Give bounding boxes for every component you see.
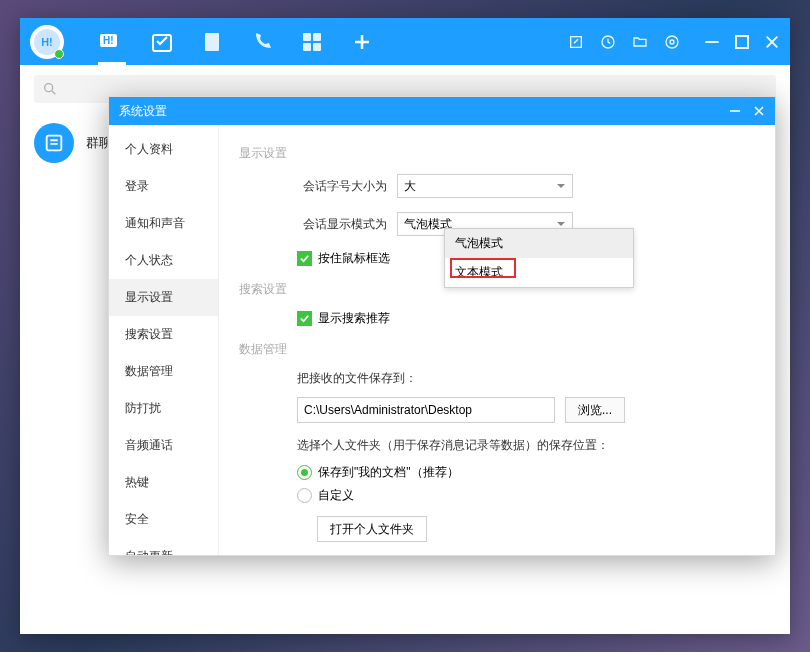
radio-custom[interactable] [297, 488, 312, 503]
sidebar-item-profile[interactable]: 个人资料 [109, 131, 218, 168]
tab-call-icon[interactable] [250, 30, 274, 54]
dialog-body: 个人资料 登录 通知和声音 个人状态 显示设置 搜索设置 数据管理 防打扰 音频… [109, 125, 775, 555]
tool-capture-icon[interactable] [568, 34, 584, 50]
svg-rect-5 [203, 41, 205, 44]
svg-rect-9 [313, 43, 321, 51]
save-path-input[interactable] [297, 397, 555, 423]
settings-dialog: 系统设置 个人资料 登录 通知和声音 个人状态 显示设置 搜索设置 数据管理 防… [108, 96, 776, 556]
maximize-icon[interactable] [734, 34, 750, 50]
radio-mydocs[interactable] [297, 465, 312, 480]
browse-button[interactable]: 浏览... [565, 397, 625, 423]
main-titlebar: H! H! [20, 18, 790, 65]
radio-custom-label: 自定义 [318, 487, 354, 504]
dialog-titlebar: 系统设置 [109, 97, 775, 125]
svg-point-15 [45, 84, 53, 92]
tab-apps-icon[interactable] [300, 30, 324, 54]
sidebar-item-login[interactable]: 登录 [109, 168, 218, 205]
section-display-label: 显示设置 [239, 145, 751, 162]
drag-select-label: 按住鼠标框选 [318, 250, 390, 267]
section-data-label: 数据管理 [239, 341, 751, 358]
sidebar-item-update[interactable]: 自动更新 [109, 538, 218, 555]
search-icon [42, 81, 58, 97]
svg-point-13 [666, 36, 678, 48]
svg-rect-7 [313, 33, 321, 41]
tab-add-icon[interactable] [350, 30, 374, 54]
close-icon[interactable] [764, 34, 780, 50]
radio-mydocs-label: 保存到"我的文档"（推荐） [318, 464, 459, 481]
tool-folder-icon[interactable] [632, 34, 648, 50]
tab-messages-icon[interactable]: H! [100, 30, 124, 54]
font-size-select[interactable]: 大 [397, 174, 573, 198]
svg-rect-8 [303, 43, 311, 51]
avatar[interactable]: H! [30, 25, 64, 59]
main-tabs: H! [82, 30, 374, 54]
sidebar-item-notify[interactable]: 通知和声音 [109, 205, 218, 242]
titlebar-right [568, 34, 780, 50]
svg-rect-6 [303, 33, 311, 41]
tool-history-icon[interactable] [600, 34, 616, 50]
location-label: 选择个人文件夹（用于保存消息记录等数据）的保存位置： [297, 437, 751, 454]
dropdown-option-bubble[interactable]: 气泡模式 [445, 229, 633, 258]
minimize-icon[interactable] [704, 34, 720, 50]
group-icon [34, 123, 74, 163]
svg-rect-4 [203, 36, 205, 39]
display-mode-label: 会话显示模式为 [297, 216, 387, 233]
save-path-label: 把接收的文件保存到： [297, 370, 751, 387]
svg-rect-3 [205, 33, 219, 51]
svg-text:H!: H! [41, 36, 52, 48]
search-suggest-label: 显示搜索推荐 [318, 310, 390, 327]
svg-point-12 [670, 40, 674, 44]
svg-rect-14 [736, 36, 748, 48]
status-online-dot [54, 49, 64, 59]
sidebar-item-audio[interactable]: 音频通话 [109, 427, 218, 464]
sidebar-item-data[interactable]: 数据管理 [109, 353, 218, 390]
settings-panel: 显示设置 会话字号大小为 大 会话显示模式为 气泡模式 按住鼠标框选 搜索设置 [219, 125, 775, 555]
drag-select-checkbox[interactable] [297, 251, 312, 266]
sidebar-item-dnd[interactable]: 防打扰 [109, 390, 218, 427]
sidebar-item-search[interactable]: 搜索设置 [109, 316, 218, 353]
dialog-title: 系统设置 [119, 103, 167, 120]
tab-calendar-icon[interactable] [150, 30, 174, 54]
sidebar-item-status[interactable]: 个人状态 [109, 242, 218, 279]
sidebar-item-security[interactable]: 安全 [109, 501, 218, 538]
sidebar-item-hotkey[interactable]: 热键 [109, 464, 218, 501]
dialog-close-icon[interactable] [753, 105, 765, 117]
font-size-label: 会话字号大小为 [297, 178, 387, 195]
chevron-down-icon [556, 181, 566, 191]
tab-notes-icon[interactable] [200, 30, 224, 54]
sidebar-item-display[interactable]: 显示设置 [109, 279, 218, 316]
open-folder-button[interactable]: 打开个人文件夹 [317, 516, 427, 542]
settings-sidebar: 个人资料 登录 通知和声音 个人状态 显示设置 搜索设置 数据管理 防打扰 音频… [109, 125, 219, 555]
tool-settings-icon[interactable] [664, 34, 680, 50]
dialog-minimize-icon[interactable] [729, 105, 741, 117]
search-suggest-checkbox[interactable] [297, 311, 312, 326]
dropdown-option-text[interactable]: 文本模式 [445, 258, 633, 287]
display-mode-dropdown: 气泡模式 文本模式 [444, 228, 634, 288]
